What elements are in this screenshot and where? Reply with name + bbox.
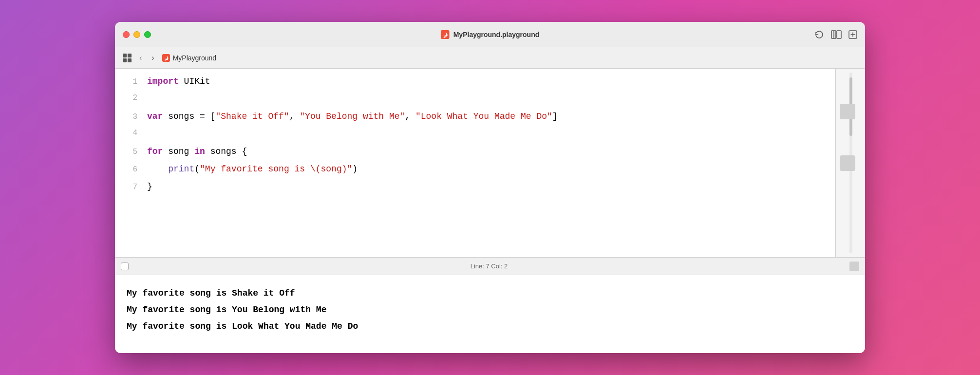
main-content: 1 import UIKit 2 3 var songs = ["Shake i… (115, 69, 865, 257)
line-number-4: 4 (123, 126, 137, 140)
code-line-5: 5 for song in songs { (115, 144, 835, 161)
code-line-1: 1 import UIKit (115, 74, 835, 91)
line-number-6: 6 (123, 163, 137, 177)
output-line-2: My favorite song is You Belong with Me (127, 301, 853, 318)
window-title: MyPlayground.playground (453, 31, 540, 38)
title-bar-actions (814, 30, 857, 39)
svg-rect-2 (837, 31, 841, 38)
code-line-3: 3 var songs = ["Shake it Off", "You Belo… (115, 109, 835, 126)
breadcrumb-label: MyPlayground (173, 54, 217, 62)
code-line-2: 2 (115, 91, 835, 109)
line-number-5: 5 (123, 145, 137, 159)
output-line-3: My favorite song is Look What You Made M… (127, 318, 853, 335)
refresh-icon[interactable] (814, 30, 824, 39)
code-content-3: var songs = ["Shake it Off", "You Belong… (147, 109, 828, 124)
results-sidebar (836, 69, 865, 257)
code-line-6: 6 print("My favorite song is \(song)") (115, 161, 835, 179)
bottom-toolbar: Line: 7 Col: 2 (115, 258, 865, 275)
toolbar: ‹ › MyPlayground (115, 47, 865, 69)
window-title-area: MyPlayground.playground (441, 30, 540, 39)
code-line-7: 7 } (115, 179, 835, 196)
code-line-4: 4 (115, 126, 835, 144)
breadcrumb: MyPlayground (162, 54, 217, 62)
line-number-2: 2 (123, 91, 137, 105)
line-number-1: 1 (123, 75, 137, 89)
traffic-lights (123, 31, 151, 38)
swift-file-icon (441, 30, 450, 39)
line-number-3: 3 (123, 110, 137, 124)
result-button-line6[interactable] (840, 155, 855, 171)
back-button[interactable]: ‹ (137, 53, 144, 63)
code-content-5: for song in songs { (147, 144, 828, 159)
forward-button[interactable]: › (150, 53, 156, 63)
output-area: My favorite song is Shake it Off My favo… (115, 275, 865, 353)
code-editor[interactable]: 1 import UIKit 2 3 var songs = ["Shake i… (115, 69, 836, 257)
title-bar: MyPlayground.playground (115, 22, 865, 47)
list-view-icon[interactable] (831, 30, 842, 39)
add-tab-icon[interactable] (848, 30, 857, 39)
code-content-6: print("My favorite song is \(song)") (147, 161, 828, 177)
bottom-panel: Line: 7 Col: 2 My favorite song is Shake… (115, 257, 865, 353)
minimize-button[interactable] (133, 31, 140, 38)
close-button[interactable] (123, 31, 130, 38)
code-content-1: import UIKit (147, 74, 828, 89)
line-number-7: 7 (123, 180, 137, 194)
bottom-checkbox[interactable] (121, 262, 129, 270)
code-content-7: } (147, 179, 828, 194)
line-col-status: Line: 7 Col: 2 (471, 262, 508, 270)
maximize-button[interactable] (144, 31, 151, 38)
bottom-action-icon[interactable] (849, 262, 859, 271)
output-line-1: My favorite song is Shake it Off (127, 285, 853, 301)
main-window: MyPlayground.playground (115, 22, 865, 353)
grid-icon[interactable] (123, 54, 132, 62)
result-button-line3[interactable] (840, 104, 855, 119)
svg-rect-7 (162, 54, 170, 62)
